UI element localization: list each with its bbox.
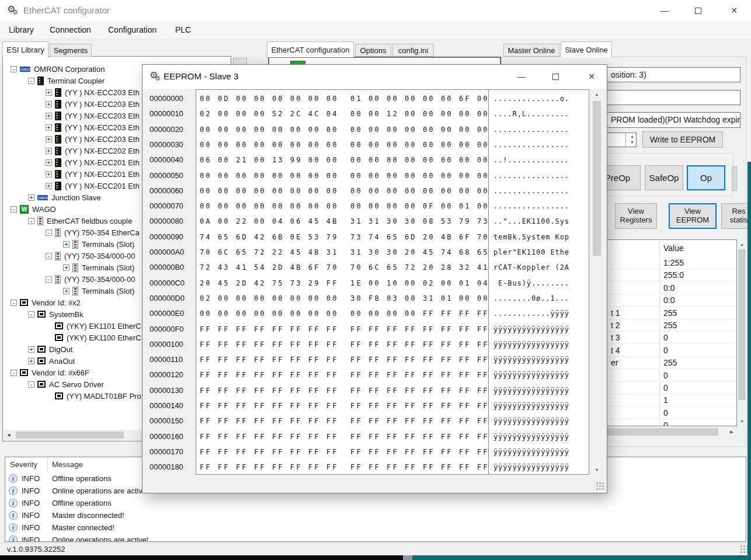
hex-ascii[interactable]: ÿÿÿÿÿÿÿÿÿÿÿÿÿÿÿÿ xyxy=(493,433,569,441)
spinner-down-icon[interactable]: ▼ xyxy=(630,140,634,145)
hex-bytes[interactable]: FF FF FF FF FF FF FF FF FF FF FF FF FF F… xyxy=(200,463,489,471)
write-to-eeprom-button[interactable]: Write to EEPROM xyxy=(642,131,723,148)
table-vscroll-thumb[interactable] xyxy=(738,249,746,400)
hex-ascii[interactable]: pler"EK1100 Ethe xyxy=(493,248,569,256)
tree-item-vendor-id-x66f[interactable]: -Vendor Id: #x66F xyxy=(11,367,89,378)
hex-ascii[interactable]: ÿÿÿÿÿÿÿÿÿÿÿÿÿÿÿÿ xyxy=(493,325,569,333)
hex-bytes[interactable]: 02 00 00 00 00 00 00 00 30 F8 03 00 31 0… xyxy=(200,294,489,302)
hex-bytes[interactable]: 74 65 6D 42 6B 0E 53 79 73 74 65 6D 20 4… xyxy=(200,233,489,241)
tree-item-terminals-slot[interactable]: +Terminals (Slot) xyxy=(63,262,134,273)
hex-ascii[interactable]: ....R,L......... xyxy=(493,110,569,118)
hex-ascii[interactable]: ÿÿÿÿÿÿÿÿÿÿÿÿÿÿÿÿ xyxy=(493,417,569,425)
hex-ascii[interactable]: ..!............. xyxy=(493,156,569,164)
middle-tab-ethercat-configuration[interactable]: EtherCAT configuration xyxy=(267,41,354,57)
tree-item-yy-nx-ecc203-eth[interactable]: +(YY ) NX-ECC203 Eth xyxy=(46,133,140,145)
expand-icon[interactable]: + xyxy=(46,136,52,142)
expand-icon[interactable]: + xyxy=(46,124,52,131)
expand-icon[interactable]: + xyxy=(28,358,34,364)
hex-bytes[interactable]: FF FF FF FF FF FF FF FF FF FF FF FF FF F… xyxy=(200,417,489,425)
hex-bytes[interactable]: 70 6C 65 72 22 45 4B 31 31 30 30 20 45 7… xyxy=(200,248,489,256)
op-button[interactable]: Op xyxy=(687,165,725,190)
hex-bytes[interactable]: 20 45 2D 42 75 73 29 FF 1E 00 10 00 02 0… xyxy=(200,279,489,287)
expand-icon[interactable]: + xyxy=(46,148,52,154)
hex-bytes[interactable]: FF FF FF FF FF FF FF FF FF FF FF FF FF F… xyxy=(200,356,489,364)
expand-icon[interactable]: + xyxy=(63,288,69,294)
left-tab-esi-library[interactable]: ESI Library xyxy=(2,41,48,57)
close-button[interactable]: ✕ xyxy=(728,6,740,16)
hex-bytes[interactable]: 00 00 00 00 00 00 00 00 00 00 00 00 00 0… xyxy=(200,187,489,195)
tree-item-digout[interactable]: +DigOut xyxy=(28,343,72,355)
menu-item-configuration[interactable]: Configuration xyxy=(108,25,157,34)
log-row[interactable]: iINFOOffline operations xyxy=(5,497,746,509)
menu-item-connection[interactable]: Connection xyxy=(50,25,91,34)
scroll-down-icon[interactable]: ▼ xyxy=(592,465,602,474)
tree-item-yky-ek1100-etherc[interactable]: (YKY) EK1100 EtherC xyxy=(46,332,141,343)
hex-bytes[interactable]: FF FF FF FF FF FF FF FF FF FF FF FF FF F… xyxy=(200,402,489,410)
log-row[interactable]: iINFOMaster disconnected! xyxy=(5,509,746,521)
hex-ascii[interactable]: ÿÿÿÿÿÿÿÿÿÿÿÿÿÿÿÿ xyxy=(493,371,569,379)
tree-item-terminals-slot[interactable]: +Terminals (Slot) xyxy=(63,238,134,250)
tree-item-terminal-coupler[interactable]: -Terminal Coupler xyxy=(28,75,105,86)
hex-bytes[interactable]: 0A 00 22 00 04 06 45 4B 31 31 30 30 08 5… xyxy=(200,217,489,225)
log-row[interactable]: iINFOOnline operations are active! xyxy=(5,534,746,542)
expand-icon[interactable]: + xyxy=(63,241,69,248)
hex-ascii[interactable]: ..............o. xyxy=(493,95,569,103)
view-registers-button[interactable]: ViewRegisters xyxy=(615,203,657,229)
spinner-up-icon[interactable]: ▲ xyxy=(630,134,634,140)
hex-ascii[interactable]: ÿÿÿÿÿÿÿÿÿÿÿÿÿÿÿÿ xyxy=(493,448,569,456)
tree-item-yy-750-354-000-00[interactable]: -(YY) 750-354/000-00 xyxy=(46,250,135,262)
tree-item-ethercat-fieldbus-couple[interactable]: -EtherCAT fieldbus couple xyxy=(28,215,132,227)
hex-bytes[interactable]: FF FF FF FF FF FF FF FF FF FF FF FF FF F… xyxy=(200,433,489,441)
tree-item-yy-madlt01bf-pro[interactable]: (YY) MADLT01BF Pro xyxy=(46,390,141,402)
hex-ascii[interactable]: ÿÿÿÿÿÿÿÿÿÿÿÿÿÿÿÿ xyxy=(493,356,569,364)
hex-bytes[interactable]: 00 00 00 00 00 00 00 00 00 00 00 00 00 0… xyxy=(200,126,489,134)
scroll-left-icon[interactable]: ◀ xyxy=(4,430,13,439)
tree-item-yy-nx-ecc203-eth[interactable]: +(YY ) NX-ECC203 Eth xyxy=(46,121,140,133)
hex-bytes[interactable]: 00 00 00 00 00 00 00 00 00 00 00 00 0F 0… xyxy=(200,202,489,210)
collapse-icon[interactable]: - xyxy=(46,253,52,259)
dialog-minimize-button[interactable]: — xyxy=(515,72,528,82)
collapse-icon[interactable]: - xyxy=(11,370,17,376)
hex-bytes[interactable]: FF FF FF FF FF FF FF FF FF FF FF FF FF F… xyxy=(200,387,489,395)
expand-icon[interactable]: + xyxy=(46,113,52,119)
safeop-button[interactable]: SafeOp xyxy=(645,165,683,190)
collapse-icon[interactable]: - xyxy=(46,276,52,283)
hex-bytes[interactable]: 06 00 21 00 13 99 00 00 00 00 00 00 00 0… xyxy=(200,156,489,164)
dialog-close-button[interactable]: ✕ xyxy=(585,72,598,82)
tree-item-wago[interactable]: -WWAGO xyxy=(11,203,56,215)
tree-item-junction-slave[interactable]: +OMRONJunction Slave xyxy=(28,192,101,203)
scroll-down-icon[interactable]: ▼ xyxy=(737,417,747,426)
value-column-header[interactable]: Value xyxy=(663,244,684,253)
expand-icon[interactable]: + xyxy=(28,346,34,353)
tree-item-yy-nx-ecc201-eth[interactable]: +(YY ) NX-ECC201 Eth xyxy=(46,168,140,180)
tree-item-terminals-slot[interactable]: +Terminals (Slot) xyxy=(63,285,134,297)
hex-ascii[interactable]: .."...EK1100.Sys xyxy=(493,217,569,225)
collapse-icon[interactable]: - xyxy=(28,311,34,318)
right-tab-master-online[interactable]: Master Online xyxy=(503,44,559,57)
hex-bytes[interactable]: 02 00 00 00 52 2C 4C 04 00 00 12 00 00 0… xyxy=(200,110,489,118)
tree-item-ac-servo-driver[interactable]: -AC Servo Driver xyxy=(28,378,104,390)
expand-icon[interactable]: + xyxy=(46,171,52,178)
expand-icon[interactable]: + xyxy=(46,101,52,107)
log-header-severity[interactable]: Severity xyxy=(10,460,37,469)
hex-vscroll-thumb[interactable] xyxy=(593,101,601,256)
tree-item-yy-750-354-000-00[interactable]: -(YY) 750-354/000-00 xyxy=(46,273,135,285)
tree-item-yy-nx-ecc201-eth[interactable]: +(YY ) NX-ECC201 Eth xyxy=(46,180,140,192)
middle-tab-config-ini[interactable]: config.ini xyxy=(392,44,434,57)
hex-bytes[interactable]: FF FF FF FF FF FF FF FF FF FF FF FF FF F… xyxy=(200,371,489,379)
middle-tab-options[interactable]: Options xyxy=(355,44,391,57)
hex-bytes-panel[interactable]: 00 0D 00 00 00 00 00 00 01 00 00 00 00 0… xyxy=(196,89,489,475)
expand-icon[interactable]: + xyxy=(28,194,34,201)
scroll-right-icon[interactable]: ▶ xyxy=(727,427,736,436)
hex-ascii[interactable]: temBk.System Kop xyxy=(493,233,569,241)
scroll-up-icon[interactable]: ▲ xyxy=(592,90,602,99)
collapse-icon[interactable]: - xyxy=(11,66,17,72)
hex-ascii-panel[interactable]: ..............o.....R,L.................… xyxy=(488,89,589,475)
table-vscrollbar[interactable]: ▲ ▼ xyxy=(737,239,747,426)
hex-ascii[interactable]: ................ xyxy=(493,187,569,195)
hex-ascii[interactable]: ÿÿÿÿÿÿÿÿÿÿÿÿÿÿÿÿ xyxy=(493,402,569,410)
hex-bytes[interactable]: 00 00 00 00 00 00 00 00 00 00 00 00 00 0… xyxy=(200,141,489,149)
tree-item-yy-nx-ecc203-eth[interactable]: +(YY ) NX-ECC203 Eth xyxy=(46,98,140,110)
hex-ascii[interactable]: ÿÿÿÿÿÿÿÿÿÿÿÿÿÿÿÿ xyxy=(493,340,569,349)
tree-hscroll-thumb[interactable] xyxy=(16,432,124,439)
